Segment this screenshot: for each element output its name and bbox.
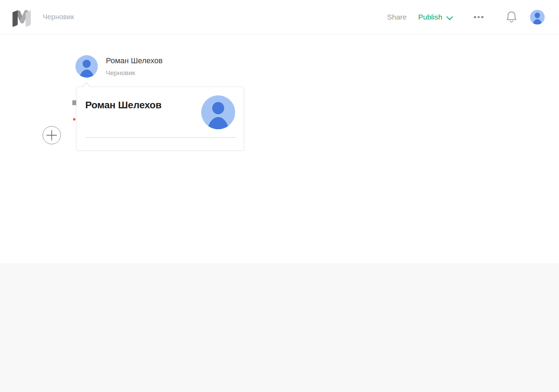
medium-logo-icon[interactable] <box>12 9 32 27</box>
publish-label: Publish <box>418 0 442 34</box>
publish-button[interactable]: Publish <box>418 0 453 34</box>
share-button[interactable]: Share <box>387 0 407 34</box>
medium-draft-editor: Черновик Share Publish Роман Шелехов Чер… <box>0 0 559 392</box>
hidden-red-dot <box>73 118 75 121</box>
popup-author-name: Роман Шелехов <box>85 100 161 111</box>
author-draft-subtitle: Черновик <box>106 69 135 77</box>
draft-status-label: Черновик <box>43 0 74 34</box>
hidden-text-fragment <box>72 100 76 105</box>
top-nav-bar: Черновик Share Publish <box>0 0 559 34</box>
add-content-button[interactable] <box>43 126 61 144</box>
notifications-bell-icon[interactable] <box>506 10 517 23</box>
plus-icon <box>43 130 60 141</box>
author-name: Роман Шелехов <box>106 56 163 65</box>
bio-input-underline[interactable] <box>85 137 236 138</box>
chevron-down-icon <box>446 1 453 35</box>
author-card-popup: Роман Шелехов <box>76 87 244 151</box>
tutorial-overlay: Выделите текст чтобы изменить формат, до… <box>0 263 559 392</box>
popup-author-avatar[interactable] <box>201 95 235 129</box>
user-avatar[interactable] <box>530 10 545 24</box>
author-avatar[interactable] <box>75 55 98 78</box>
more-options-icon[interactable] <box>474 15 486 20</box>
